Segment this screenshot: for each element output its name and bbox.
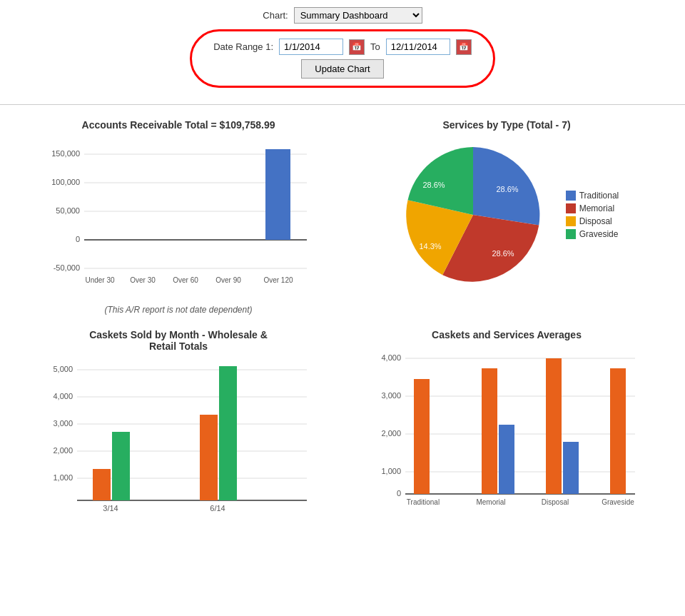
svg-text:100,000: 100,000 xyxy=(51,178,80,186)
legend-disposal: Disposal xyxy=(566,216,619,226)
services-chart-section: Services by Type (Total - 7) 28.6% 28.6%… xyxy=(350,119,664,315)
calendar-to-icon[interactable]: 📅 xyxy=(456,39,472,55)
chart-label: Chart: xyxy=(263,10,288,21)
ar-bar-chart: 150,000 100,000 50,000 0 -50,000 Under 3… xyxy=(43,136,314,301)
services-legend: Traditional Memorial Disposal Graveside xyxy=(566,191,619,239)
bar-6-14-green xyxy=(219,366,237,500)
svg-text:Traditional: Traditional xyxy=(407,498,440,506)
caskets-month-title: Caskets Sold by Month - Wholesale &Retai… xyxy=(89,329,268,352)
svg-text:Over 120: Over 120 xyxy=(263,276,293,284)
bar-6-14-orange xyxy=(200,415,218,500)
date-to-input[interactable] xyxy=(386,39,450,55)
svg-text:28.6%: 28.6% xyxy=(422,181,445,189)
svg-text:3,000: 3,000 xyxy=(53,419,73,428)
bar-3-14-orange xyxy=(93,469,111,500)
chart-selector-row: Chart: Summary Dashboard xyxy=(0,7,685,24)
services-chart-title: Services by Type (Total - 7) xyxy=(442,119,570,131)
caskets-avg-title: Caskets and Services Averages xyxy=(432,329,582,340)
legend-disposal-label: Disposal xyxy=(579,216,612,226)
to-label: To xyxy=(370,41,380,52)
services-pie-chart: 28.6% 28.6% 14.3% 28.6% xyxy=(395,136,552,293)
svg-text:Over 30: Over 30 xyxy=(130,276,156,284)
caskets-avg-bar-chart: 4,000 3,000 2,000 1,000 0 Traditional xyxy=(371,346,642,510)
ar-chart-title: Accounts Receivable Total = $109,758.99 xyxy=(82,119,275,131)
svg-text:-50,000: -50,000 xyxy=(54,263,80,272)
update-chart-button[interactable]: Update Chart xyxy=(301,59,383,79)
bar-graveside-orange xyxy=(610,368,626,494)
legend-traditional: Traditional xyxy=(566,191,619,201)
legend-disposal-color xyxy=(566,216,576,226)
date-range-label: Date Range 1: xyxy=(213,41,273,52)
date-row: Date Range 1: 📅 To 📅 xyxy=(213,39,472,55)
legend-graveside-color xyxy=(566,229,576,239)
svg-text:150,000: 150,000 xyxy=(51,149,80,158)
svg-text:14.3%: 14.3% xyxy=(419,242,441,251)
svg-text:Over 60: Over 60 xyxy=(173,276,198,284)
svg-text:Disposal: Disposal xyxy=(542,498,569,506)
svg-text:50,000: 50,000 xyxy=(56,206,80,215)
svg-text:5,000: 5,000 xyxy=(53,365,73,373)
bar-3-14-green xyxy=(112,432,130,500)
header-section: Chart: Summary Dashboard Date Range 1: 📅… xyxy=(0,0,685,105)
svg-text:28.6%: 28.6% xyxy=(492,249,514,258)
ar-chart-subtitle: (This A/R report is not date dependent) xyxy=(105,305,253,315)
svg-text:1,000: 1,000 xyxy=(381,467,401,475)
svg-text:0: 0 xyxy=(397,489,401,498)
date-from-input[interactable] xyxy=(279,39,343,55)
svg-text:2,000: 2,000 xyxy=(53,446,73,455)
legend-memorial: Memorial xyxy=(566,203,619,213)
svg-text:1,000: 1,000 xyxy=(53,473,73,482)
svg-text:Over 90: Over 90 xyxy=(215,276,241,284)
bar-over120 xyxy=(265,149,290,240)
svg-text:6/14: 6/14 xyxy=(210,504,225,513)
svg-text:0: 0 xyxy=(76,235,80,243)
svg-text:4,000: 4,000 xyxy=(53,392,73,400)
charts-grid: Accounts Receivable Total = $109,758.99 … xyxy=(0,105,685,536)
calendar-from-icon[interactable]: 📅 xyxy=(349,39,365,55)
svg-text:3/14: 3/14 xyxy=(103,504,118,513)
legend-traditional-color xyxy=(566,191,576,201)
pie-and-legend: 28.6% 28.6% 14.3% 28.6% Traditional xyxy=(395,136,619,293)
svg-text:28.6%: 28.6% xyxy=(496,185,518,193)
chart-select[interactable]: Summary Dashboard xyxy=(294,7,422,24)
legend-graveside-label: Graveside xyxy=(579,229,619,239)
bar-disposal-blue xyxy=(563,442,579,494)
svg-text:2,000: 2,000 xyxy=(381,429,401,438)
legend-memorial-color xyxy=(566,203,576,213)
svg-text:3,000: 3,000 xyxy=(381,391,401,400)
svg-text:4,000: 4,000 xyxy=(381,353,401,362)
ar-chart-section: Accounts Receivable Total = $109,758.99 … xyxy=(21,119,335,315)
caskets-month-bar-chart: 5,000 4,000 3,000 2,000 1,000 3/14 6/14 xyxy=(43,358,314,522)
legend-graveside: Graveside xyxy=(566,229,619,239)
caskets-avg-chart-section: Caskets and Services Averages 4,000 3,00… xyxy=(350,329,664,522)
bar-memorial-blue xyxy=(499,425,514,494)
caskets-month-chart-section: Caskets Sold by Month - Wholesale &Retai… xyxy=(21,329,335,522)
svg-text:Memorial: Memorial xyxy=(476,498,505,506)
svg-text:Under 30: Under 30 xyxy=(85,276,115,284)
bar-traditional-orange xyxy=(414,379,430,494)
legend-memorial-label: Memorial xyxy=(579,203,614,213)
date-range-container: Date Range 1: 📅 To 📅 Update Chart xyxy=(190,29,495,88)
svg-text:Graveside: Graveside xyxy=(602,498,634,506)
bar-memorial-orange xyxy=(482,368,497,494)
bar-disposal-orange xyxy=(546,358,562,494)
legend-traditional-label: Traditional xyxy=(579,191,619,201)
